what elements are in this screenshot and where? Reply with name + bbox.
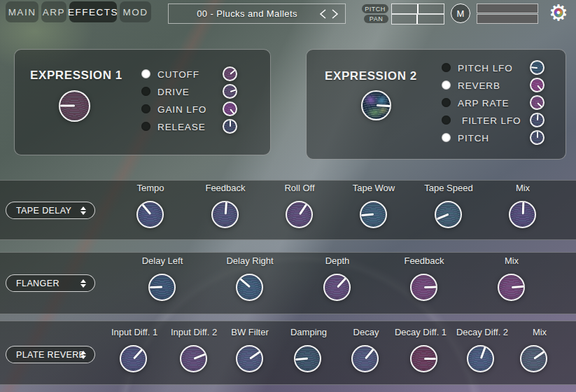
bw-filter-knob[interactable] — [236, 345, 263, 372]
pitch-slider-handle[interactable] — [417, 4, 419, 13]
radio-drive[interactable] — [141, 87, 150, 96]
filter-lfo-knob[interactable] — [530, 113, 545, 127]
mute-button-label: M — [457, 8, 465, 19]
reverb-mix-knob[interactable] — [520, 345, 547, 372]
plugin-window: MAIN ARP EFFECTS MOD 00 - Plucks and Mal… — [0, 0, 576, 392]
knob-label-delay-right: Delay Right — [226, 255, 273, 266]
radio-pitch[interactable] — [442, 133, 451, 142]
decay-diff-1-knob[interactable] — [410, 345, 437, 372]
option-label-pitch: PITCH — [458, 133, 489, 144]
decay-diff-2-knob[interactable] — [467, 345, 494, 372]
pan-slider-handle[interactable] — [416, 15, 418, 24]
knob-label-tape-wow: Tape Wow — [353, 183, 395, 193]
delay-feedback-knob[interactable] — [211, 201, 239, 228]
tab-mod[interactable]: MOD — [120, 1, 151, 22]
knob-pointer — [531, 66, 538, 69]
effect2-selector[interactable]: FLANGER — [6, 274, 95, 292]
knob-pointer — [521, 202, 524, 215]
knob-pointer — [224, 202, 227, 215]
arp-rate-knob[interactable] — [530, 95, 545, 110]
expression1-panel: EXPRESSION 1 CUTOFF DRIVE GAIN LFO RELEA… — [14, 49, 271, 155]
knob-pointer — [537, 114, 538, 120]
knob-pointer — [537, 132, 538, 138]
knob-label-delay-left: Delay Left — [142, 255, 183, 266]
output-meter-right — [477, 14, 538, 24]
tab-main[interactable]: MAIN — [6, 1, 38, 22]
preset-selector[interactable]: 00 - Plucks and Mallets — [168, 4, 346, 24]
settings-button[interactable]: ⚙ — [547, 1, 570, 24]
delay-right-knob[interactable] — [236, 274, 263, 301]
pan-slider[interactable] — [391, 14, 444, 24]
knob-label-decay: Decay — [353, 327, 379, 337]
flanger-mix-knob[interactable] — [498, 274, 525, 301]
gain-lfo-knob[interactable] — [223, 102, 237, 116]
tab-main-label: MAIN — [8, 7, 36, 18]
radio-cutoff[interactable] — [141, 69, 150, 78]
depth-knob[interactable] — [323, 274, 351, 301]
knob-label-input-diff-2: Input Diff. 2 — [171, 327, 217, 337]
knob-label-bw-filter: BW Filter — [231, 327, 268, 337]
pitch-lfo-knob[interactable] — [530, 60, 545, 75]
radio-arp-rate[interactable] — [442, 98, 451, 107]
pan-label: PAN — [364, 15, 388, 23]
preset-prev-icon[interactable] — [318, 8, 327, 20]
cutoff-knob[interactable] — [223, 66, 237, 81]
option-label-reverb: REVERB — [458, 80, 500, 91]
radio-gain-lfo[interactable] — [141, 104, 150, 113]
drive-knob[interactable] — [223, 84, 237, 99]
knob-label-depth: Depth — [325, 255, 350, 266]
tab-effects[interactable]: EFFECTS — [69, 1, 117, 22]
option-label-drive: DRIVE — [157, 87, 190, 97]
expression2-panel: EXPRESSION 2 PITCH LFO REVERB ARP RATE F… — [306, 49, 566, 160]
preset-next-icon[interactable] — [331, 8, 339, 20]
radio-release[interactable] — [141, 122, 150, 131]
radio-filter-lfo[interactable] — [442, 115, 451, 125]
effect3-selector-label: PLATE REVERB — [16, 350, 85, 360]
input-diff-1-knob[interactable] — [120, 345, 147, 372]
knob-label-damping: Damping — [290, 327, 327, 337]
decay-knob[interactable] — [351, 345, 379, 372]
flanger-feedback-knob[interactable] — [410, 274, 437, 301]
knob-label-roll-off: Roll Off — [284, 183, 314, 193]
tape-wow-knob[interactable] — [360, 201, 387, 228]
radio-reverb[interactable] — [442, 80, 451, 90]
knob-label-input-diff-1: Input Diff. 1 — [111, 327, 157, 337]
tempo-knob[interactable] — [136, 201, 164, 228]
option-label-pitch-lfo: PITCH LFO — [458, 63, 513, 74]
tab-effects-label: EFFECTS — [68, 7, 118, 18]
expression2-knob[interactable] — [361, 90, 391, 120]
updown-arrows-icon — [80, 279, 86, 288]
effect1-selector-label: TAPE DELAY — [16, 206, 71, 216]
delay-mix-knob[interactable] — [509, 201, 536, 228]
pitch-slider[interactable] — [391, 4, 444, 14]
option-label-arp-rate: ARP RATE — [458, 98, 509, 108]
option-label-cutoff: CUTOFF — [157, 69, 199, 80]
mute-button[interactable]: M — [451, 4, 470, 23]
knob-texture — [468, 346, 493, 371]
tape-speed-knob[interactable] — [435, 201, 462, 228]
knob-pointer — [230, 120, 231, 127]
pitch-mod-knob[interactable] — [530, 130, 545, 145]
expression2-title: EXPRESSION 2 — [325, 69, 417, 83]
effect1-selector[interactable]: TAPE DELAY — [6, 202, 95, 219]
knob-pointer — [424, 358, 437, 360]
knob-pointer — [60, 105, 75, 107]
release-knob[interactable] — [223, 119, 237, 134]
knob-label-tempo: Tempo — [136, 183, 164, 193]
expression1-knob[interactable] — [59, 90, 90, 122]
tab-arp[interactable]: ARP — [41, 1, 66, 22]
effect3-selector[interactable]: PLATE REVERB — [6, 346, 95, 363]
tab-mod-label: MOD — [123, 7, 148, 18]
radio-pitch-lfo[interactable] — [442, 63, 451, 72]
roll-off-knob[interactable] — [286, 201, 313, 228]
reverb-knob[interactable] — [530, 78, 545, 92]
tab-arp-label: ARP — [43, 7, 65, 18]
damping-knob[interactable] — [294, 345, 321, 372]
knob-label-decay-diff-1: Decay Diff. 1 — [395, 327, 447, 337]
knob-label-feedback: Feedback — [205, 183, 245, 193]
delay-left-knob[interactable] — [148, 274, 176, 301]
effect2-selector-label: FLANGER — [16, 279, 59, 288]
input-diff-2-knob[interactable] — [180, 345, 207, 372]
output-meter-left — [477, 4, 538, 13]
option-label-filter-lfo: FILTER LFO — [462, 115, 521, 126]
